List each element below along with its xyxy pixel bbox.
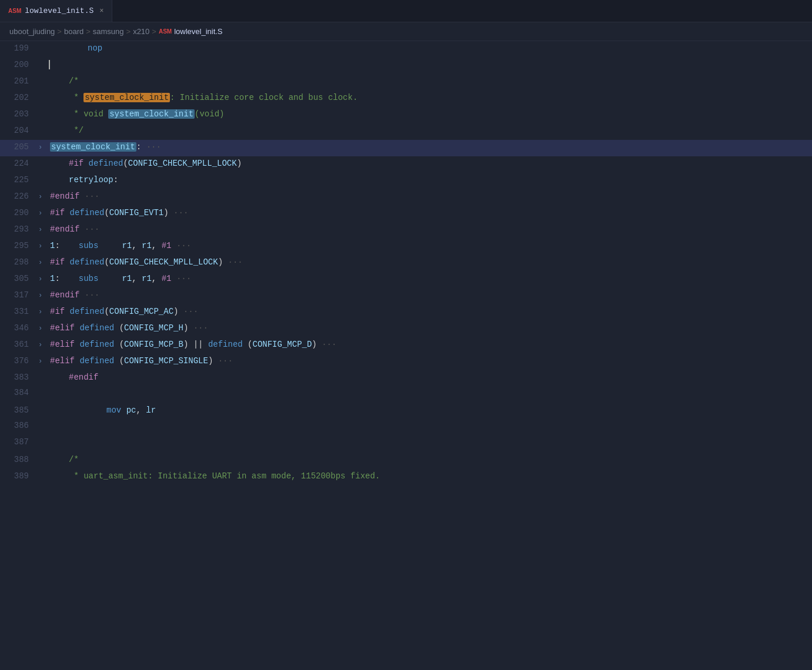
table-row: 293 › #endif ··· — [0, 222, 812, 239]
tab-asm-badge: ASM — [8, 8, 21, 14]
table-row: 317 › #endif ··· — [0, 288, 812, 304]
table-row: 385 mov pc, lr — [0, 403, 812, 420]
fold-arrow-293[interactable]: › — [38, 226, 48, 234]
table-row: 225 retryloop: — [0, 173, 812, 189]
fold-arrow-226[interactable]: › — [38, 193, 48, 201]
table-row: 376 › #elif defined (CONFIG_MCP_SINGLE) … — [0, 354, 812, 370]
table-row: 224 #if defined(CONFIG_CHECK_MPLL_LOCK) — [0, 156, 812, 173]
fold-arrow-317[interactable]: › — [38, 292, 48, 300]
editor: 199 nop 200 201 /* 202 * system_clock_in… — [0, 41, 812, 669]
table-row: 383 #endif — [0, 370, 812, 387]
table-row: 361 › #elif defined (CONFIG_MCP_B) || de… — [0, 337, 812, 354]
tab-bar: ASM lowlevel_init.S × — [0, 0, 812, 22]
breadcrumb-sep-4: > — [152, 27, 156, 36]
breadcrumb: uboot_jiuding > board > samsung > x210 >… — [0, 22, 812, 41]
fold-arrow-295[interactable]: › — [38, 242, 48, 250]
breadcrumb-part-4[interactable]: x210 — [133, 27, 149, 36]
table-row: 331 › #if defined(CONFIG_MCP_AC) ··· — [0, 304, 812, 321]
tab-filename: lowlevel_init.S — [25, 6, 93, 15]
table-row: 384 — [0, 387, 812, 403]
table-row: 204 */ — [0, 123, 812, 140]
table-row: 199 nop — [0, 41, 812, 58]
breadcrumb-part-1[interactable]: uboot_jiuding — [9, 27, 55, 36]
fold-arrow-331[interactable]: › — [38, 308, 48, 316]
breadcrumb-filename: lowlevel_init.S — [174, 27, 222, 36]
tab-lowlevel-init[interactable]: ASM lowlevel_init.S × — [0, 0, 112, 22]
fold-arrow-290[interactable]: › — [38, 209, 48, 217]
fold-arrow-361[interactable]: › — [38, 341, 48, 349]
fold-arrow-376[interactable]: › — [38, 357, 48, 366]
fold-arrow-205[interactable]: › — [38, 143, 48, 152]
table-row: 226 › #endif ··· — [0, 189, 812, 206]
breadcrumb-asm-badge: ASM — [159, 28, 172, 35]
table-row: 298 › #if defined(CONFIG_CHECK_MPLL_LOCK… — [0, 255, 812, 272]
breadcrumb-sep-3: > — [126, 27, 131, 36]
fold-arrow-305[interactable]: › — [38, 275, 48, 283]
fold-arrow-346[interactable]: › — [38, 324, 48, 333]
table-row: 202 * system_clock_init: Initialize core… — [0, 91, 812, 107]
breadcrumb-sep-2: > — [86, 27, 91, 36]
table-row: 295 › 1:subsr1, r1, #1 ··· — [0, 239, 812, 255]
table-row: 205 › system_clock_init: ··· — [0, 140, 812, 156]
fold-arrow-298[interactable]: › — [38, 259, 48, 267]
breadcrumb-part-2[interactable]: board — [64, 27, 83, 36]
table-row: 305 › 1:subsr1, r1, #1 ··· — [0, 272, 812, 288]
table-row: 346 › #elif defined (CONFIG_MCP_H) ··· — [0, 321, 812, 337]
table-row: 203 * void system_clock_init(void) — [0, 107, 812, 123]
breadcrumb-sep-1: > — [57, 27, 62, 36]
table-row: 389 * uart_asm_init: Initialize UART in … — [0, 469, 812, 485]
table-row: 200 — [0, 58, 812, 74]
table-row: 388 /* — [0, 453, 812, 469]
table-row: 290 › #if defined(CONFIG_EVT1) ··· — [0, 206, 812, 222]
tab-close-button[interactable]: × — [99, 7, 103, 15]
breadcrumb-part-3[interactable]: samsung — [93, 27, 124, 36]
table-row: 387 — [0, 436, 812, 453]
table-row: 386 — [0, 420, 812, 436]
table-row: 201 /* — [0, 74, 812, 91]
